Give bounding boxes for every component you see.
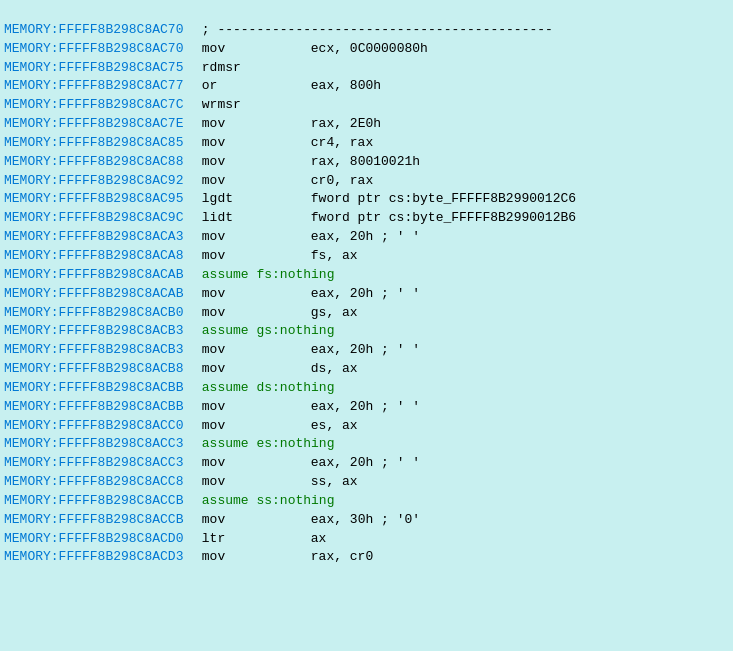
address-label: MEMORY:FFFFF8B298C8AC92 <box>4 172 194 191</box>
mnemonic: mov <box>194 548 264 567</box>
table-row: MEMORY:FFFFF8B298C8ACCB assume ss:nothin… <box>4 492 729 511</box>
operand: ds, ax <box>264 360 358 379</box>
operand: fword ptr cs:byte_FFFFF8B2990012B6 <box>264 209 576 228</box>
address-label: MEMORY:FFFFF8B298C8ACCB <box>4 492 194 511</box>
assume-operand: es:nothing <box>256 435 334 454</box>
op-prefix: ss, ax <box>264 474 358 489</box>
mnemonic: mov <box>194 40 264 59</box>
operand: eax, 20h ; ' ' <box>264 454 420 473</box>
mnemonic: mov <box>194 247 264 266</box>
op-prefix: cr4, rax <box>264 135 373 150</box>
hex-value: 0C0000080h <box>350 41 428 56</box>
table-row: MEMORY:FFFFF8B298C8ACAB mov eax, 20h ; '… <box>4 285 729 304</box>
address-label: MEMORY:FFFFF8B298C8AC70 <box>4 21 194 40</box>
mnemonic: mov <box>194 511 264 530</box>
mnemonic: wrmsr <box>194 96 264 115</box>
mnemonic: rdmsr <box>194 59 264 78</box>
address-label: MEMORY:FFFFF8B298C8ACC0 <box>4 417 194 436</box>
address-label: MEMORY:FFFFF8B298C8ACA8 <box>4 247 194 266</box>
address-label: MEMORY:FFFFF8B298C8ACC3 <box>4 454 194 473</box>
mnemonic: mov <box>194 285 264 304</box>
op-prefix: ecx, <box>264 41 350 56</box>
table-row: MEMORY:FFFFF8B298C8AC92 mov cr0, rax <box>4 172 729 191</box>
address-label: MEMORY:FFFFF8B298C8ACC3 <box>4 435 194 454</box>
hex-value: 800h <box>350 78 381 93</box>
operand: eax, 800h <box>264 77 381 96</box>
operand: rax, 80010021h <box>264 153 420 172</box>
address-label: MEMORY:FFFFF8B298C8ACAB <box>4 266 194 285</box>
table-row: MEMORY:FFFFF8B298C8AC70 ; --------------… <box>4 21 729 40</box>
op-prefix: fword ptr cs:byte_FFFFF8B2990012C6 <box>264 191 576 206</box>
op-prefix: es, ax <box>264 418 358 433</box>
table-row: MEMORY:FFFFF8B298C8ACB3 assume gs:nothin… <box>4 322 729 341</box>
op-prefix: eax, <box>264 512 350 527</box>
op-prefix: eax, <box>264 342 350 357</box>
assume-mnem: assume <box>194 492 256 511</box>
op-prefix: gs, ax <box>264 305 358 320</box>
hex-value: 80010021h <box>350 154 420 169</box>
table-row: MEMORY:FFFFF8B298C8ACA3 mov eax, 20h ; '… <box>4 228 729 247</box>
operand: es, ax <box>264 417 358 436</box>
comment: ; ' ' <box>373 229 420 244</box>
operand: eax, 20h ; ' ' <box>264 341 420 360</box>
address-label: MEMORY:FFFFF8B298C8AC9C <box>4 209 194 228</box>
address-label: MEMORY:FFFFF8B298C8ACD0 <box>4 530 194 549</box>
table-row: MEMORY:FFFFF8B298C8ACB8 mov ds, ax <box>4 360 729 379</box>
table-row: MEMORY:FFFFF8B298C8AC77 or eax, 800h <box>4 77 729 96</box>
table-row: MEMORY:FFFFF8B298C8ACC3 assume es:nothin… <box>4 435 729 454</box>
address-label: MEMORY:FFFFF8B298C8ACB3 <box>4 322 194 341</box>
operand: fs, ax <box>264 247 358 266</box>
table-row: MEMORY:FFFFF8B298C8ACBB assume ds:nothin… <box>4 379 729 398</box>
address-label: MEMORY:FFFFF8B298C8ACB8 <box>4 360 194 379</box>
table-row: MEMORY:FFFFF8B298C8ACCB mov eax, 30h ; '… <box>4 511 729 530</box>
assume-operand: ds:nothing <box>256 379 334 398</box>
mnemonic: ltr <box>194 530 264 549</box>
op-prefix: rax, <box>264 154 350 169</box>
comment: ; ' ' <box>373 286 420 301</box>
mnemonic: mov <box>194 115 264 134</box>
address-label: MEMORY:FFFFF8B298C8ACCB <box>4 511 194 530</box>
address-label: MEMORY:FFFFF8B298C8AC75 <box>4 59 194 78</box>
table-row: MEMORY:FFFFF8B298C8ACA8 mov fs, ax <box>4 247 729 266</box>
op-prefix: ds, ax <box>264 361 358 376</box>
hex-value: 20h <box>350 286 373 301</box>
address-label: MEMORY:FFFFF8B298C8ACA3 <box>4 228 194 247</box>
address-label: MEMORY:FFFFF8B298C8AC95 <box>4 190 194 209</box>
assume-mnem: assume <box>194 379 256 398</box>
table-row: MEMORY:FFFFF8B298C8ACD0 ltr ax <box>4 530 729 549</box>
table-row: MEMORY:FFFFF8B298C8ACB0 mov gs, ax <box>4 304 729 323</box>
op-prefix: eax, <box>264 286 350 301</box>
assume-operand: gs:nothing <box>256 322 334 341</box>
operand: eax, 20h ; ' ' <box>264 285 420 304</box>
assume-mnem: assume <box>194 435 256 454</box>
op-prefix: rax, cr0 <box>264 549 373 564</box>
address-label: MEMORY:FFFFF8B298C8ACD3 <box>4 548 194 567</box>
address-label: MEMORY:FFFFF8B298C8AC77 <box>4 77 194 96</box>
comment: ; ' ' <box>373 342 420 357</box>
address-label: MEMORY:FFFFF8B298C8ACB0 <box>4 304 194 323</box>
op-prefix: eax, <box>264 455 350 470</box>
disassembly-view: MEMORY:FFFFF8B298C8AC70 ; --------------… <box>0 0 733 569</box>
assume-operand: ss:nothing <box>256 492 334 511</box>
mnemonic: lgdt <box>194 190 264 209</box>
hex-value: 2E0h <box>350 116 381 131</box>
operand: ss, ax <box>264 473 358 492</box>
address-label: MEMORY:FFFFF8B298C8AC70 <box>4 40 194 59</box>
operand: cr0, rax <box>264 172 373 191</box>
table-row: MEMORY:FFFFF8B298C8ACC0 mov es, ax <box>4 417 729 436</box>
address-label: MEMORY:FFFFF8B298C8AC85 <box>4 134 194 153</box>
mnemonic: mov <box>194 228 264 247</box>
address-label: MEMORY:FFFFF8B298C8ACAB <box>4 285 194 304</box>
address-label: MEMORY:FFFFF8B298C8AC7C <box>4 96 194 115</box>
mnemonic: lidt <box>194 209 264 228</box>
comment-text: ; --------------------------------------… <box>194 21 553 40</box>
mnemonic: mov <box>194 473 264 492</box>
op-prefix: eax, <box>264 78 350 93</box>
hex-value: 20h <box>350 455 373 470</box>
table-row: MEMORY:FFFFF8B298C8ACC3 mov eax, 20h ; '… <box>4 454 729 473</box>
address-label: MEMORY:FFFFF8B298C8ACBB <box>4 398 194 417</box>
operand: ecx, 0C0000080h <box>264 40 428 59</box>
address-label: MEMORY:FFFFF8B298C8AC88 <box>4 153 194 172</box>
operand: ax <box>264 530 326 549</box>
table-row: MEMORY:FFFFF8B298C8AC7C wrmsr <box>4 96 729 115</box>
